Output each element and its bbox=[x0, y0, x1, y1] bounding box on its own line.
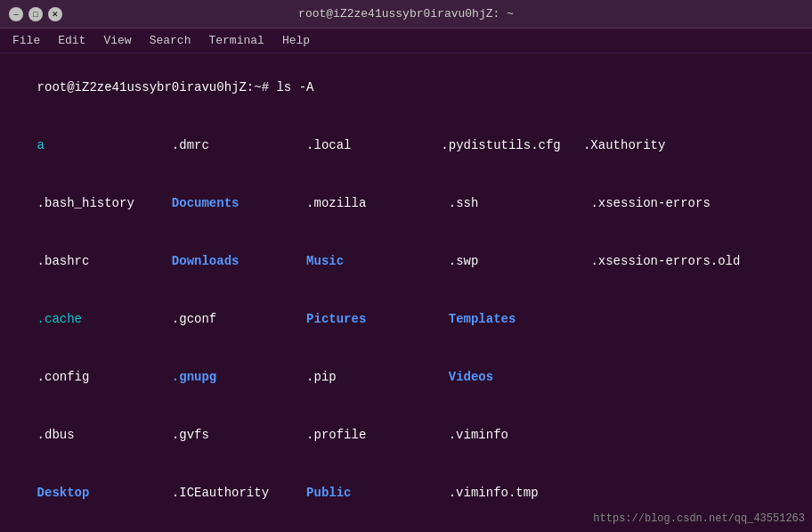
menu-edit[interactable]: Edit bbox=[51, 32, 93, 49]
minimize-button[interactable]: – bbox=[9, 7, 23, 21]
file-ssh: .ssh bbox=[449, 196, 479, 210]
file-profile: .profile bbox=[306, 428, 366, 442]
file-gvfs: .gvfs bbox=[172, 428, 209, 442]
menu-view[interactable]: View bbox=[96, 32, 138, 49]
file-local: .local bbox=[306, 138, 351, 152]
terminal-body[interactable]: root@iZ2ze41ussybr0iravu0hjZ:~# ls -A a … bbox=[0, 53, 812, 532]
file-swp: .swp bbox=[449, 254, 479, 268]
file-pip: .pip bbox=[306, 370, 337, 384]
file-row-4: .cache .gconf Pictures Templates bbox=[7, 291, 805, 348]
file-xsession-errors: .xsession-errors bbox=[590, 196, 710, 210]
file-public: Public bbox=[306, 486, 351, 500]
file-viminfo: .viminfo bbox=[449, 428, 508, 442]
menu-help[interactable]: Help bbox=[275, 32, 317, 49]
file-music: Music bbox=[306, 254, 344, 268]
watermark: https://blog.csdn.net/qq_43551263 bbox=[593, 512, 805, 525]
file-pydistutils: .pydistutils.cfg bbox=[441, 138, 560, 152]
file-dbus: .dbus bbox=[37, 428, 75, 442]
file-iceauthority: .ICEauthority bbox=[172, 486, 269, 500]
command1: ls -A bbox=[276, 80, 313, 94]
file-bashrc: .bashrc bbox=[37, 254, 90, 268]
window-title: root@iZ2ze41ussybr0iravu0hjZ: ~ bbox=[62, 7, 750, 20]
file-viminfo-tmp: .viminfo.tmp bbox=[449, 486, 539, 500]
file-config: .config bbox=[37, 370, 90, 384]
menu-bar: File Edit View Search Terminal Help bbox=[0, 29, 812, 53]
file-documents: Documents bbox=[172, 196, 240, 210]
file-gconf: .gconf bbox=[172, 312, 216, 326]
command-line: root@iZ2ze41ussybr0iravu0hjZ:~# ls -A bbox=[7, 59, 805, 117]
menu-search[interactable]: Search bbox=[142, 32, 199, 49]
file-xauthority: .Xauthority bbox=[583, 138, 665, 152]
file-mozilla: .mozilla bbox=[306, 196, 366, 210]
file-pictures: Pictures bbox=[306, 312, 366, 326]
file-gnupg: .gnupg bbox=[172, 370, 216, 384]
maximize-button[interactable]: □ bbox=[28, 7, 43, 21]
file-row-1: a .dmrc .local .pydistutils.cfg .Xauthor… bbox=[7, 117, 805, 175]
file-xsession-errors-old: .xsession-errors.old bbox=[590, 254, 740, 268]
prompt1: root@iZ2ze41ussybr0iravu0hjZ:~# bbox=[37, 80, 277, 94]
file-templates: Templates bbox=[449, 312, 516, 326]
file-row-5: .config .gnupg .pip Videos bbox=[7, 348, 805, 406]
file-downloads: Downloads bbox=[172, 254, 240, 268]
menu-terminal[interactable]: Terminal bbox=[201, 32, 271, 49]
file-row-3: .bashrc Downloads Music .swp .xsession-e… bbox=[7, 233, 805, 291]
menu-file[interactable]: File bbox=[5, 32, 47, 49]
file-dmrc: .dmrc bbox=[172, 138, 209, 152]
file-cache: .cache bbox=[37, 312, 82, 326]
file-videos: Videos bbox=[449, 370, 493, 384]
file-bash-history: .bash_history bbox=[37, 196, 134, 210]
file-row-6: .dbus .gvfs .profile .viminfo bbox=[7, 406, 805, 464]
file-desktop: Desktop bbox=[37, 486, 90, 500]
file-a: a bbox=[37, 138, 45, 152]
title-bar: – □ ✕ root@iZ2ze41ussybr0iravu0hjZ: ~ bbox=[0, 0, 812, 29]
close-button[interactable]: ✕ bbox=[48, 7, 62, 21]
file-row-2: .bash_history Documents .mozilla .ssh .x… bbox=[7, 175, 805, 233]
